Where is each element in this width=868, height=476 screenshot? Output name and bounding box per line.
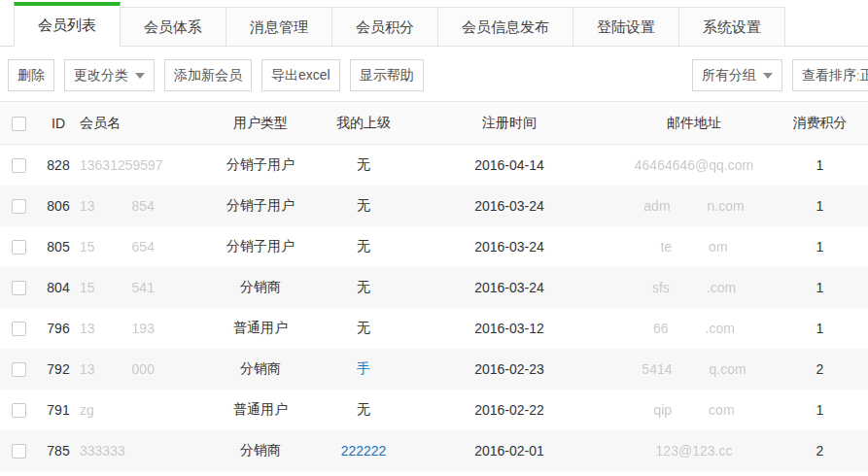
cell-regtime: 2016-02-23 xyxy=(402,349,616,390)
cell-points: 1 xyxy=(772,186,868,226)
cell-points: 1 xyxy=(772,145,868,186)
cell-email: admn.com xyxy=(616,186,772,226)
cell-id: 828 xyxy=(37,145,80,186)
change-category-dropdown[interactable]: 更改分类 xyxy=(64,59,155,91)
add-member-button[interactable]: 添加新会员 xyxy=(164,59,252,91)
cell-type: 普通用户 xyxy=(196,390,325,430)
cell-name: zg xyxy=(80,390,196,430)
tab-system-settings[interactable]: 系统设置 xyxy=(679,7,785,47)
show-help-button[interactable]: 显示帮助 xyxy=(350,59,424,91)
cell-name: 15654 xyxy=(80,226,196,267)
header-user-type: 用户类型 xyxy=(196,102,325,145)
header-consume-points: 消费积分 xyxy=(772,102,868,145)
row-checkbox[interactable] xyxy=(12,281,26,295)
cell-id: 806 xyxy=(37,186,80,226)
cell-type: 分销商 xyxy=(196,349,325,390)
row-checkbox[interactable] xyxy=(12,362,26,377)
member-table-header: ID 会员名 用户类型 我的上级 注册时间 邮件地址 消费积分 xyxy=(0,102,868,145)
cell-name: 333333 xyxy=(80,430,196,471)
header-member-name: 会员名 xyxy=(80,102,196,145)
cell-parent-text: 无 xyxy=(357,156,370,172)
row-checkbox[interactable] xyxy=(12,199,26,214)
toolbar: 删除 更改分类 添加新会员 导出excel 显示帮助 所有分组 查看排序 : 正… xyxy=(0,47,868,101)
cell-id: 791 xyxy=(37,390,80,430)
table-row: 804 15541 分销商 无 2016-03-24 sfs.com 1 xyxy=(0,267,868,308)
change-category-label: 更改分类 xyxy=(74,67,128,85)
cell-regtime: 2016-03-24 xyxy=(402,186,616,226)
cell-type: 分销商 xyxy=(196,267,325,308)
cell-points: 1 xyxy=(772,226,868,267)
cell-email: qipcom xyxy=(616,390,772,430)
cell-type: 普通用户 xyxy=(196,308,325,349)
cell-email: 5414q.com xyxy=(616,349,772,390)
table-row: 785 333333 分销商 222222 2016-02-01 123@123… xyxy=(0,430,868,471)
caret-down-icon xyxy=(763,73,773,79)
cell-email: 66.com xyxy=(616,308,772,349)
cell-type: 分销子用户 xyxy=(196,186,325,226)
cell-type: 分销子用户 xyxy=(196,226,325,267)
upline-link[interactable]: 手 xyxy=(357,360,370,376)
header-email-address: 邮件地址 xyxy=(616,102,772,145)
tab-login-settings[interactable]: 登陆设置 xyxy=(573,7,679,47)
export-excel-label: 导出excel xyxy=(271,67,330,85)
cell-email: teom xyxy=(616,226,772,267)
cell-parent-text: 无 xyxy=(357,401,370,417)
select-all-checkbox[interactable] xyxy=(12,117,26,131)
cell-id: 796 xyxy=(37,308,80,349)
cell-points: 1 xyxy=(772,390,868,430)
tab-member-points[interactable]: 会员积分 xyxy=(332,7,438,47)
all-groups-label: 所有分组 xyxy=(702,67,756,85)
export-excel-button[interactable]: 导出excel xyxy=(261,59,340,91)
member-table: ID 会员名 用户类型 我的上级 注册时间 邮件地址 消费积分 828 1363… xyxy=(0,101,868,471)
cell-points: 2 xyxy=(772,430,868,471)
tab-member-info-publish[interactable]: 会员信息发布 xyxy=(438,7,573,47)
row-checkbox[interactable] xyxy=(12,158,26,173)
row-checkbox[interactable] xyxy=(12,322,26,336)
view-sort-dropdown[interactable]: 查看排序 : 正常排序 xyxy=(792,59,868,91)
caret-down-icon xyxy=(135,73,145,79)
cell-regtime: 2016-03-24 xyxy=(402,267,616,308)
view-sort-value: 正常排序 xyxy=(860,67,868,85)
table-row: 791 zg 普通用户 无 2016-02-22 qipcom 1 xyxy=(0,390,868,430)
cell-parent-text: 无 xyxy=(357,197,370,213)
tab-member-list[interactable]: 会员列表 xyxy=(14,2,121,47)
cell-id: 804 xyxy=(37,267,80,308)
add-member-label: 添加新会员 xyxy=(174,67,242,85)
cell-email: 123@123.cc xyxy=(616,430,772,471)
table-row: 828 13631259597 分销子用户 无 2016-04-14 46464… xyxy=(0,145,868,186)
all-groups-dropdown[interactable]: 所有分组 xyxy=(692,59,782,91)
cell-email: 46464646@qq.com xyxy=(616,145,772,186)
show-help-label: 显示帮助 xyxy=(360,67,414,85)
member-table-body: 828 13631259597 分销子用户 无 2016-04-14 46464… xyxy=(0,145,868,471)
cell-name: 15541 xyxy=(80,267,196,308)
delete-button-label: 删除 xyxy=(17,67,45,85)
cell-points: 2 xyxy=(772,349,868,390)
table-row: 805 15654 分销子用户 无 2016-03-24 teom 1 xyxy=(0,226,868,267)
tab-member-system[interactable]: 会员体系 xyxy=(121,7,226,47)
cell-type: 分销子用户 xyxy=(196,145,325,186)
cell-regtime: 2016-02-01 xyxy=(402,430,616,471)
cell-points: 1 xyxy=(772,308,868,349)
cell-name: 13631259597 xyxy=(80,145,196,186)
delete-button[interactable]: 删除 xyxy=(8,59,54,91)
cell-regtime: 2016-04-14 xyxy=(402,145,616,186)
cell-id: 792 xyxy=(37,349,80,390)
cell-name: 13000 xyxy=(80,349,196,390)
header-my-upline: 我的上级 xyxy=(325,102,402,145)
cell-id: 785 xyxy=(37,430,80,471)
tab-bar: 会员列表 会员体系 消息管理 会员积分 会员信息发布 登陆设置 系统设置 xyxy=(0,0,868,47)
upline-link[interactable]: 222222 xyxy=(341,443,387,459)
cell-regtime: 2016-03-24 xyxy=(402,226,616,267)
cell-points: 1 xyxy=(772,267,868,308)
tab-message-management[interactable]: 消息管理 xyxy=(226,7,332,47)
header-register-time: 注册时间 xyxy=(402,102,616,145)
row-checkbox[interactable] xyxy=(12,240,26,255)
row-checkbox[interactable] xyxy=(12,403,26,418)
table-row: 806 13854 分销子用户 无 2016-03-24 admn.com 1 xyxy=(0,186,868,226)
row-checkbox[interactable] xyxy=(12,444,26,459)
cell-parent-text: 无 xyxy=(357,320,370,335)
cell-email: sfs.com xyxy=(616,267,772,308)
cell-type: 分销商 xyxy=(196,430,325,471)
cell-parent-text: 无 xyxy=(357,279,370,294)
member-admin-page: 会员列表 会员体系 消息管理 会员积分 会员信息发布 登陆设置 系统设置 删除 … xyxy=(0,0,868,476)
